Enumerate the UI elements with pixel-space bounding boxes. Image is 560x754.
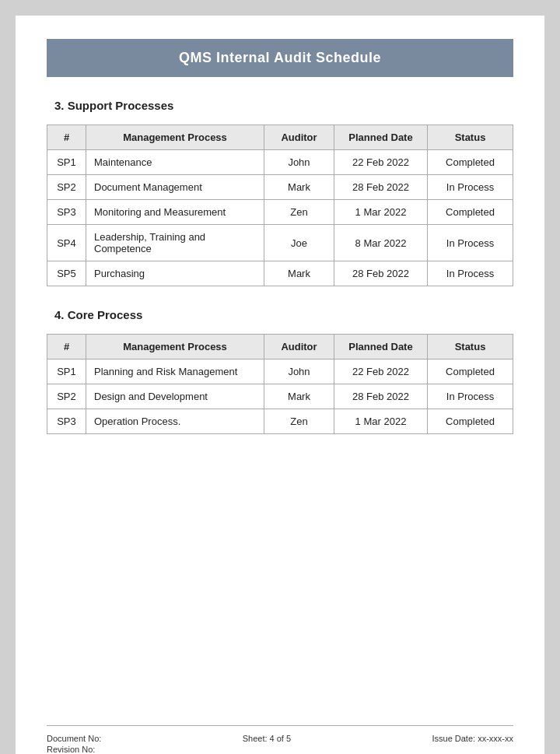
table-row: SP2 Design and Development Mark 28 Feb 2… xyxy=(47,384,513,409)
table-row: SP4 Leadership, Training and Competence … xyxy=(47,225,513,261)
cell-status: In Process xyxy=(428,384,513,409)
cell-num: SP3 xyxy=(47,200,86,225)
table-row: SP3 Monitoring and Measurement Zen 1 Mar… xyxy=(47,200,513,225)
document-no-label: Document No: xyxy=(47,734,101,743)
table-row: SP3 Operation Process. Zen 1 Mar 2022 Co… xyxy=(47,409,513,434)
cell-process: Leadership, Training and Competence xyxy=(86,225,264,261)
cell-date: 22 Feb 2022 xyxy=(334,150,428,175)
sheet-label: Sheet: 4 of 5 xyxy=(243,734,291,743)
cell-auditor: John xyxy=(264,359,334,384)
section3-col-status: Status xyxy=(428,125,513,150)
section3-col-date: Planned Date xyxy=(334,125,428,150)
cell-auditor: Mark xyxy=(264,384,334,409)
cell-process: Purchasing xyxy=(86,261,264,286)
footer-center: Sheet: 4 of 5 xyxy=(243,734,291,743)
page-header: QMS Internal Audit Schedule xyxy=(47,39,513,77)
section4-col-status: Status xyxy=(428,335,513,359)
revision-no-label: Revision No: xyxy=(47,745,101,754)
cell-date: 22 Feb 2022 xyxy=(334,359,428,384)
cell-auditor: Zen xyxy=(264,409,334,434)
cell-status: Completed xyxy=(428,359,513,384)
cell-date: 1 Mar 2022 xyxy=(334,409,428,434)
section3-col-process: Management Process xyxy=(86,125,264,150)
section3-title: 3. Support Processes xyxy=(54,99,513,112)
cell-process: Maintenance xyxy=(86,150,264,175)
section3-header-row: # Management Process Auditor Planned Dat… xyxy=(47,125,513,150)
footer-right: Issue Date: xx-xxx-xx xyxy=(432,734,513,743)
section4-title: 4. Core Process xyxy=(54,308,513,321)
page: QMS Internal Audit Schedule 3. Support P… xyxy=(16,16,544,754)
cell-auditor: Mark xyxy=(264,175,334,200)
cell-num: SP2 xyxy=(47,384,86,409)
cell-date: 1 Mar 2022 xyxy=(334,200,428,225)
cell-process: Monitoring and Measurement xyxy=(86,200,264,225)
section4-table: # Management Process Auditor Planned Dat… xyxy=(47,334,513,434)
section4-col-date: Planned Date xyxy=(334,335,428,359)
cell-status: In Process xyxy=(428,175,513,200)
table-row: SP5 Purchasing Mark 28 Feb 2022 In Proce… xyxy=(47,261,513,286)
cell-num: SP1 xyxy=(47,359,86,384)
cell-num: SP1 xyxy=(47,150,86,175)
table-row: SP2 Document Management Mark 28 Feb 2022… xyxy=(47,175,513,200)
section4-col-num: # xyxy=(47,335,86,359)
section4-header-row: # Management Process Auditor Planned Dat… xyxy=(47,335,513,359)
section4-col-auditor: Auditor xyxy=(264,335,334,359)
cell-auditor: Zen xyxy=(264,200,334,225)
main-content: 3. Support Processes # Management Proces… xyxy=(16,77,544,584)
cell-process: Design and Development xyxy=(86,384,264,409)
cell-status: Completed xyxy=(428,150,513,175)
cell-auditor: Joe xyxy=(264,225,334,261)
section4-col-process: Management Process xyxy=(86,335,264,359)
cell-date: 28 Feb 2022 xyxy=(334,175,428,200)
cell-status: In Process xyxy=(428,225,513,261)
footer-left: Document No: Revision No: xyxy=(47,734,101,754)
table-row: SP1 Maintenance John 22 Feb 2022 Complet… xyxy=(47,150,513,175)
cell-status: Completed xyxy=(428,409,513,434)
cell-date: 28 Feb 2022 xyxy=(334,261,428,286)
cell-auditor: Mark xyxy=(264,261,334,286)
cell-num: SP4 xyxy=(47,225,86,261)
issue-date-label: Issue Date: xx-xxx-xx xyxy=(432,734,513,743)
cell-status: In Process xyxy=(428,261,513,286)
section3-table: # Management Process Auditor Planned Dat… xyxy=(47,124,513,286)
cell-num: SP5 xyxy=(47,261,86,286)
cell-date: 28 Feb 2022 xyxy=(334,384,428,409)
table-row: SP1 Planning and Risk Management John 22… xyxy=(47,359,513,384)
section3-col-auditor: Auditor xyxy=(264,125,334,150)
cell-status: Completed xyxy=(428,200,513,225)
cell-process: Operation Process. xyxy=(86,409,264,434)
page-footer: Document No: Revision No: Sheet: 4 of 5 … xyxy=(47,725,513,754)
cell-num: SP2 xyxy=(47,175,86,200)
cell-process: Document Management xyxy=(86,175,264,200)
cell-date: 8 Mar 2022 xyxy=(334,225,428,261)
cell-auditor: John xyxy=(264,150,334,175)
page-title: QMS Internal Audit Schedule xyxy=(62,50,498,66)
section3-col-num: # xyxy=(47,125,86,150)
cell-num: SP3 xyxy=(47,409,86,434)
cell-process: Planning and Risk Management xyxy=(86,359,264,384)
